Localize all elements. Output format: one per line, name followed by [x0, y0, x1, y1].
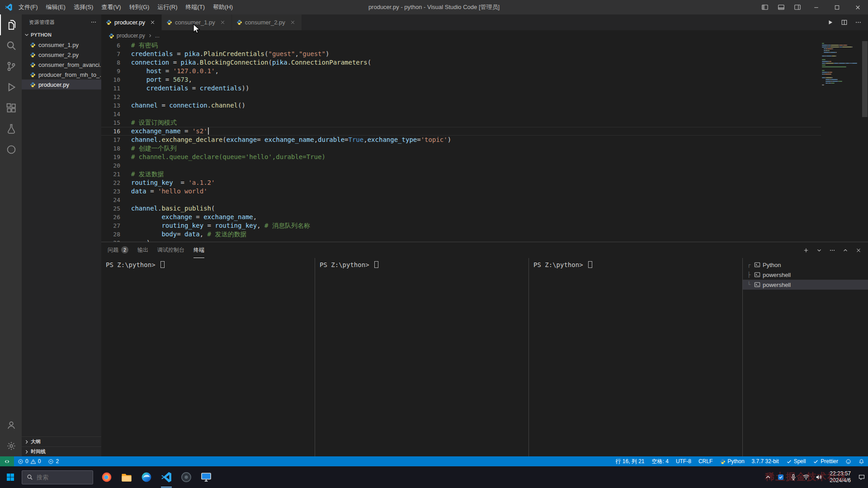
close-tab-icon[interactable]: [219, 19, 227, 27]
run-python-file-button[interactable]: [827, 19, 834, 26]
terminal-pane[interactable]: PS Z:\python>: [315, 258, 528, 456]
activity-run-and-debug[interactable]: [0, 77, 22, 98]
code-line[interactable]: 17channel.exchange_declare(exchange= exc…: [101, 136, 821, 144]
activity-settings[interactable]: [0, 436, 22, 456]
taskbar-app-dark-app[interactable]: [176, 466, 196, 488]
prettier[interactable]: Prettier: [809, 456, 842, 466]
code-line[interactable]: 27 routing_key = routing_key, # 消息队列名称: [101, 221, 821, 230]
code-line[interactable]: 26 exchange = exchange_name,: [101, 213, 821, 221]
taskbar-clock[interactable]: 22:23:57 2024/4/6: [825, 470, 855, 484]
terminal-dropdown-icon[interactable]: [816, 247, 822, 253]
file-item[interactable]: consumer_from_avanci...: [22, 60, 101, 70]
breadcrumb-file[interactable]: producer.py: [117, 33, 145, 39]
indentation[interactable]: 空格: 4: [648, 456, 672, 466]
panel-tab-输出[interactable]: 输出: [137, 242, 148, 258]
layout-secondary-icon[interactable]: [789, 0, 806, 14]
file-item[interactable]: producer.py: [22, 80, 101, 89]
eol[interactable]: CRLF: [695, 456, 716, 466]
code-line[interactable]: 24: [101, 196, 821, 204]
terminal-list-item[interactable]: ┌Python: [743, 260, 868, 270]
more-actions-icon[interactable]: [855, 19, 862, 26]
cursor-position[interactable]: 行 16, 列 21: [612, 456, 648, 466]
maximize-button[interactable]: [826, 0, 847, 14]
code-line[interactable]: 23data = 'hello world': [101, 187, 821, 196]
layout-panel-icon[interactable]: [773, 0, 789, 14]
code-line[interactable]: 20: [101, 161, 821, 170]
ports-status[interactable]: 2: [44, 456, 62, 466]
code-line[interactable]: 22routing_key = 'a.1.2': [101, 178, 821, 187]
panel-tab-调试控制台[interactable]: 调试控制台: [157, 242, 184, 258]
code-line[interactable]: 6# 有密码: [101, 41, 821, 50]
maximize-panel-icon[interactable]: [842, 247, 849, 253]
folder-section-python[interactable]: PYTHON: [22, 30, 101, 40]
editor-tab[interactable]: producer.py: [101, 14, 162, 30]
taskbar-app-remote-desktop[interactable]: [196, 466, 216, 488]
code-line[interactable]: 14: [101, 110, 821, 118]
code-line[interactable]: 28 body= data, # 发送的数据: [101, 230, 821, 239]
python-interpreter[interactable]: 3.7.7 32-bit: [748, 456, 783, 466]
sidebar-section-大纲[interactable]: 大纲: [22, 436, 101, 446]
code-line[interactable]: 13channel = connection.channel(): [101, 101, 821, 110]
minimize-button[interactable]: [806, 0, 826, 14]
action-center-icon[interactable]: [855, 466, 868, 488]
start-button[interactable]: [0, 466, 21, 488]
activity-explorer[interactable]: [0, 14, 22, 35]
tray-blue-app-icon[interactable]: [774, 466, 787, 488]
editor-tab[interactable]: consumer_1.py: [162, 14, 232, 30]
editor-tab[interactable]: consumer_2.py: [232, 14, 302, 30]
activity-remote-explorer[interactable]: [0, 139, 22, 160]
language-mode[interactable]: Python: [716, 456, 748, 466]
new-terminal-icon[interactable]: [803, 247, 809, 253]
panel-tab-问题[interactable]: 问题2: [108, 242, 128, 258]
spell-checker[interactable]: Spell: [783, 456, 810, 466]
encoding[interactable]: UTF-8: [672, 456, 695, 466]
taskbar-app-browser[interactable]: [97, 466, 117, 488]
code-line[interactable]: 11 credentials = credentials)): [101, 84, 821, 93]
menu-item[interactable]: 文件(F): [14, 0, 42, 14]
code-line[interactable]: 21# 发送数据: [101, 170, 821, 178]
code-line[interactable]: 19# channel.queue_declare(queue='hello',…: [101, 153, 821, 161]
taskbar-app-vscode[interactable]: [156, 466, 176, 488]
code-line[interactable]: 25channel.basic_publish(: [101, 204, 821, 213]
tray-chevron-up-icon[interactable]: [762, 466, 774, 488]
close-tab-icon[interactable]: [149, 19, 157, 27]
layout-sidebar-icon[interactable]: [757, 0, 773, 14]
problems-status[interactable]: 00: [14, 456, 44, 466]
code-line[interactable]: 12: [101, 93, 821, 101]
sidebar-section-时间线[interactable]: 时间线: [22, 446, 101, 456]
menu-item[interactable]: 编辑(E): [42, 0, 70, 14]
code-line[interactable]: 18# 创建一个队列: [101, 144, 821, 153]
file-item[interactable]: consumer_2.py: [22, 50, 101, 60]
code-line[interactable]: 16exchange_name = 's2': [101, 127, 821, 136]
code-line[interactable]: 9 host = '127.0.0.1',: [101, 67, 821, 75]
file-item[interactable]: producer_from_mh_to_...: [22, 70, 101, 80]
taskbar-app-file-explorer[interactable]: [117, 466, 137, 488]
scrollbar-slider[interactable]: [862, 41, 868, 117]
menu-item[interactable]: 查看(V): [97, 0, 125, 14]
close-button[interactable]: [847, 0, 868, 14]
split-editor-icon[interactable]: [841, 19, 848, 26]
activity-extensions[interactable]: [0, 98, 22, 118]
more-actions-icon[interactable]: [829, 247, 835, 253]
close-tab-icon[interactable]: [289, 19, 297, 27]
code-line[interactable]: 29 ): [101, 239, 821, 242]
tray-wifi-icon[interactable]: [800, 466, 812, 488]
more-actions-icon[interactable]: [90, 19, 97, 25]
terminal-list-item[interactable]: ├powershell: [743, 270, 868, 280]
panel-tab-终端[interactable]: 终端: [193, 242, 204, 258]
code-line[interactable]: 15# 设置订阅模式: [101, 118, 821, 127]
menu-item[interactable]: 终端(T): [181, 0, 209, 14]
tray-volume-icon[interactable]: [812, 466, 825, 488]
minimap[interactable]: [821, 41, 862, 242]
terminal-pane[interactable]: PS Z:\python>: [101, 258, 315, 456]
activity-testing[interactable]: [0, 118, 22, 139]
tray-mic-icon[interactable]: [787, 466, 800, 488]
code-content[interactable]: 6# 有密码7credentials = pika.PlainCredentia…: [101, 41, 821, 242]
terminal-list-item[interactable]: └powershell: [743, 280, 868, 290]
search-input[interactable]: [37, 474, 88, 481]
breadcrumb[interactable]: producer.py ...: [101, 30, 868, 41]
taskbar-search[interactable]: [22, 470, 93, 484]
taskbar-app-edge[interactable]: [137, 466, 156, 488]
feedback[interactable]: [842, 456, 855, 466]
terminal-pane[interactable]: PS Z:\python>: [528, 258, 742, 456]
